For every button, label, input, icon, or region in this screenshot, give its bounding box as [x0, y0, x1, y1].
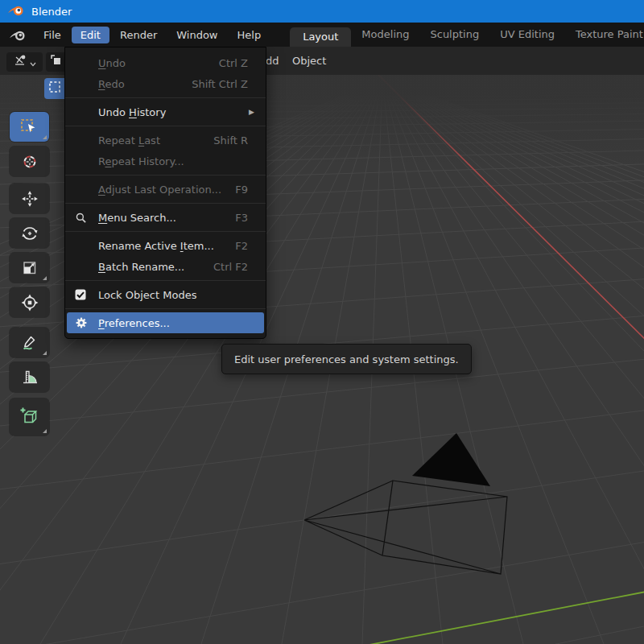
menu-separator: [65, 203, 266, 204]
move-icon: [20, 189, 39, 208]
menu-item-preferences[interactable]: Preferences...: [67, 312, 264, 333]
menu-item-label: Repeat Last: [98, 134, 213, 147]
menu-separator: [65, 231, 266, 232]
menubar-item-edit[interactable]: Edit: [72, 27, 109, 43]
tool-transform-button[interactable]: [10, 287, 49, 317]
menu-item-label: Lock Object Modes: [98, 289, 248, 301]
menu-item-label: Adjust Last Operation...: [98, 184, 235, 196]
menu-item-menu-search[interactable]: Menu Search...F3: [67, 207, 264, 228]
menu-item-lock-object-modes[interactable]: Lock Object Modes: [67, 284, 264, 305]
measure-icon: [20, 368, 39, 387]
menu-item-shortcut: Ctrl F2: [213, 261, 248, 273]
menu-item-shortcut: Shift Ctrl Z: [192, 78, 248, 90]
header-menu-object[interactable]: Object: [292, 47, 326, 75]
menu-item-repeat-last: Repeat LastShift R: [67, 130, 264, 151]
tool-measure-button[interactable]: [10, 362, 49, 392]
menubar: FileEditRenderWindowHelp LayoutModelingS…: [0, 23, 644, 47]
select-box-icon: [48, 80, 61, 97]
blender-logo-icon: [7, 2, 25, 21]
checkbox-icon: [75, 289, 98, 300]
select-box-icon: [19, 118, 40, 137]
menu-item-label: Batch Rename...: [98, 261, 213, 273]
tab-uv-editing[interactable]: UV Editing: [489, 23, 565, 47]
active-tool-header-button[interactable]: [44, 78, 64, 99]
menu-item-rename-active-item[interactable]: Rename Active Item...F2: [67, 235, 264, 256]
window-title: Blender: [31, 6, 72, 18]
edit-menu-dropdown: UndoCtrl ZRedoShift Ctrl ZUndo History▶R…: [64, 47, 266, 339]
annotate-icon: [20, 333, 39, 353]
menubar-item-window[interactable]: Window: [167, 27, 226, 43]
tooltip-text: Edit user preferences and system setting…: [234, 353, 459, 365]
menu-item-shortcut: F3: [235, 212, 248, 224]
preferences-tooltip: Edit user preferences and system setting…: [221, 344, 472, 374]
tool-select-box-button[interactable]: [10, 112, 49, 142]
object-mode-icon: [50, 54, 63, 70]
menubar-item-help[interactable]: Help: [229, 27, 270, 43]
menu-item-adjust-last-operation: Adjust Last Operation...F9: [67, 179, 264, 200]
tool-move-button[interactable]: [10, 184, 49, 213]
submenu-arrow-icon: ▶: [249, 108, 254, 116]
cursor-icon: [20, 152, 39, 171]
menu-item-shortcut: F9: [235, 184, 248, 196]
menu-item-label: Rename Active Item...: [98, 240, 235, 252]
menu-item-label: Repeat History...: [98, 155, 248, 167]
menu-item-repeat-history: Repeat History...: [67, 151, 264, 171]
chevron-down-icon: [30, 55, 36, 70]
menu-separator: [65, 308, 266, 309]
workspace-tabs: LayoutModelingSculptingUV EditingTexture…: [290, 23, 644, 47]
viewport-editor-icon: [13, 54, 27, 70]
header-menu-add-partial[interactable]: dd: [266, 47, 279, 75]
tool-annotate-button[interactable]: [10, 328, 49, 357]
tool-rotate-button[interactable]: [10, 218, 49, 248]
add-cube-icon: [19, 407, 40, 427]
tab-texture-paint[interactable]: Texture Paint: [565, 23, 644, 47]
menu-item-shortcut: Ctrl Z: [219, 57, 248, 69]
tab-layout[interactable]: Layout: [290, 27, 351, 47]
blender-window: Blender FileEditRenderWindowHelp LayoutM…: [0, 0, 644, 644]
menubar-items: FileEditRenderWindowHelp: [34, 27, 270, 43]
menu-item-batch-rename[interactable]: Batch Rename...Ctrl F2: [67, 256, 264, 277]
menu-item-shortcut: Shift R: [213, 134, 248, 147]
menu-separator: [65, 97, 266, 98]
tool-add-cube-button[interactable]: [10, 398, 49, 436]
tool-scale-button[interactable]: [10, 253, 49, 283]
editor-type-button[interactable]: [6, 52, 43, 72]
menu-item-shortcut: F2: [235, 240, 248, 252]
blender-app-menu-icon[interactable]: [9, 27, 27, 43]
toolbar: [10, 112, 49, 436]
menu-item-redo: RedoShift Ctrl Z: [67, 73, 264, 94]
gear-icon: [75, 316, 98, 329]
tool-cursor-button[interactable]: [10, 147, 49, 176]
menubar-item-file[interactable]: File: [35, 27, 70, 43]
menu-item-label: Redo: [98, 78, 192, 90]
menu-item-label: Undo: [98, 57, 219, 69]
menu-item-undo-history[interactable]: Undo History▶: [67, 101, 264, 122]
rotate-icon: [20, 224, 39, 243]
menu-item-label: Undo History: [98, 106, 249, 118]
search-icon: [75, 212, 98, 224]
object-mode-button[interactable]: [46, 52, 66, 72]
tab-modeling[interactable]: Modeling: [351, 23, 419, 47]
menu-separator: [65, 280, 266, 281]
menubar-item-render[interactable]: Render: [111, 27, 166, 43]
menu-item-label: Menu Search...: [98, 212, 235, 224]
tab-sculpting[interactable]: Sculpting: [419, 23, 489, 47]
menu-separator: [65, 175, 266, 175]
titlebar: Blender: [0, 0, 644, 23]
transform-icon: [20, 293, 39, 312]
menu-item-label: Preferences...: [98, 317, 248, 329]
scale-icon: [20, 258, 39, 278]
menu-item-undo: UndoCtrl Z: [67, 52, 264, 73]
menu-separator: [65, 126, 266, 126]
